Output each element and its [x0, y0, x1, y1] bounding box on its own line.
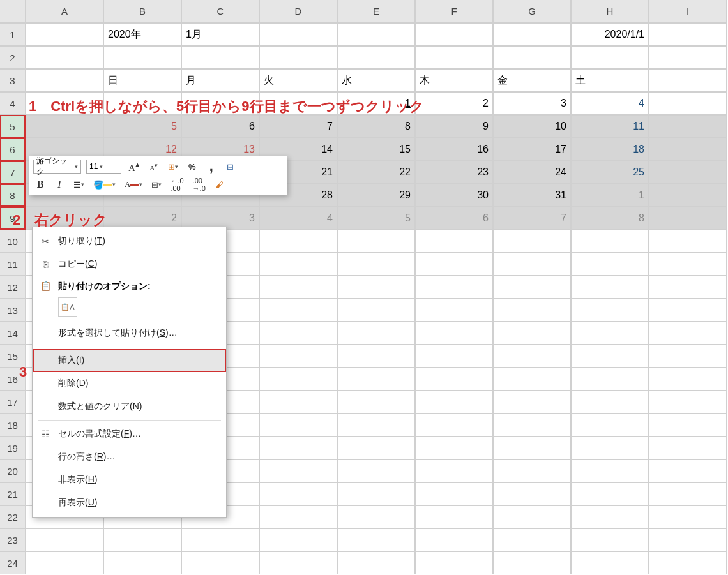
row-header-11[interactable]: 11	[0, 253, 26, 276]
row-header-13[interactable]: 13	[0, 299, 26, 322]
col-header-H[interactable]: H	[571, 0, 649, 23]
cell-H5[interactable]: 11	[571, 115, 649, 138]
row-header-21[interactable]: 21	[0, 482, 26, 505]
cell-B5[interactable]: 5	[103, 115, 181, 138]
cell-C2[interactable]	[181, 46, 259, 69]
cell-H9[interactable]: 8	[571, 207, 649, 230]
col-header-G[interactable]: G	[493, 0, 571, 23]
cell-D1[interactable]	[259, 23, 337, 46]
menu-hide[interactable]: 非表示(H)	[33, 468, 226, 491]
col-header-E[interactable]: E	[337, 0, 415, 23]
col-header-F[interactable]: F	[415, 0, 493, 23]
percent-style-button[interactable]: %	[185, 159, 199, 174]
row-header-1[interactable]: 1	[0, 23, 26, 46]
menu-clear-contents[interactable]: 数式と値のクリア(N)	[33, 395, 226, 418]
cell-F1[interactable]	[415, 23, 493, 46]
cell-G1[interactable]	[493, 23, 571, 46]
cell-E2[interactable]	[337, 46, 415, 69]
border-button[interactable]: ☰▾	[72, 177, 86, 192]
cell-B3[interactable]: 日	[103, 69, 181, 92]
select-all-corner[interactable]	[0, 0, 26, 23]
cell-E7[interactable]: 22	[337, 161, 415, 184]
menu-insert[interactable]: 挿入(I)	[33, 349, 226, 372]
cell-F9[interactable]: 6	[415, 207, 493, 230]
cell-A1[interactable]	[26, 23, 103, 46]
bold-button[interactable]: B	[33, 177, 47, 192]
cell-G4[interactable]: 3	[493, 92, 571, 115]
cell-G6[interactable]: 17	[493, 138, 571, 161]
cell-E6[interactable]: 15	[337, 138, 415, 161]
cell-A2[interactable]	[26, 46, 103, 69]
cell-E1[interactable]	[337, 23, 415, 46]
row-header-4[interactable]: 4	[0, 92, 26, 115]
cell-E9[interactable]: 5	[337, 207, 415, 230]
menu-row-height[interactable]: 行の高さ(R)…	[33, 445, 226, 468]
cell-H7[interactable]: 25	[571, 161, 649, 184]
col-header-B[interactable]: B	[103, 0, 181, 23]
cell-B1[interactable]: 2020年	[103, 23, 181, 46]
cell-C3[interactable]: 月	[181, 69, 259, 92]
cell-F4[interactable]: 2	[415, 92, 493, 115]
fill-color-button[interactable]: 🪣▾	[91, 177, 118, 192]
row-header-2[interactable]: 2	[0, 46, 26, 69]
font-name-combo[interactable]: 游ゴシック ▾	[33, 160, 81, 174]
row-header-8[interactable]: 8	[0, 184, 26, 207]
font-color-button[interactable]: A▾	[123, 177, 144, 192]
cell-D5[interactable]: 7	[259, 115, 337, 138]
increase-decimal-button[interactable]: ←.0.00	[169, 177, 185, 192]
cell-C5[interactable]: 6	[181, 115, 259, 138]
row-header-20[interactable]: 20	[0, 459, 26, 482]
row-header-10[interactable]: 10	[0, 230, 26, 253]
menu-copy[interactable]: ⎘ コピー(C)	[33, 253, 226, 276]
row-header-22[interactable]: 22	[0, 505, 26, 528]
cell-F5[interactable]: 9	[415, 115, 493, 138]
merge-center-button[interactable]: ⊟	[224, 159, 238, 174]
format-painter-button[interactable]: 🖌	[213, 177, 227, 192]
row-header-23[interactable]: 23	[0, 528, 26, 551]
row-header-17[interactable]: 17	[0, 391, 26, 414]
cell-D3[interactable]: 火	[259, 69, 337, 92]
row-header-7[interactable]: 7	[0, 161, 26, 184]
row-header-5[interactable]: 5	[0, 115, 26, 138]
cell-E3[interactable]: 水	[337, 69, 415, 92]
cell-G8[interactable]: 31	[493, 184, 571, 207]
cell-G3[interactable]: 金	[493, 69, 571, 92]
cell-H6[interactable]: 18	[571, 138, 649, 161]
cell-G2[interactable]	[493, 46, 571, 69]
accounting-format-button[interactable]: ⊞▾	[166, 159, 180, 174]
cell-F2[interactable]	[415, 46, 493, 69]
row-header-18[interactable]: 18	[0, 414, 26, 437]
col-header-A[interactable]: A	[26, 0, 103, 23]
cell-G7[interactable]: 24	[493, 161, 571, 184]
cell-G9[interactable]: 7	[493, 207, 571, 230]
cell-H1[interactable]: 2020/1/1	[571, 23, 649, 46]
col-header-C[interactable]: C	[181, 0, 259, 23]
cell-I5[interactable]	[649, 115, 727, 138]
cell-I7[interactable]	[649, 161, 727, 184]
font-size-combo[interactable]: 11 ▾	[86, 160, 121, 174]
row-header-19[interactable]: 19	[0, 437, 26, 459]
cell-I6[interactable]	[649, 138, 727, 161]
cell-A3[interactable]	[26, 69, 103, 92]
cell-E8[interactable]: 29	[337, 184, 415, 207]
cell-F8[interactable]: 30	[415, 184, 493, 207]
cell-H3[interactable]: 土	[571, 69, 649, 92]
menu-paste-special[interactable]: 形式を選択して貼り付け(S)…	[33, 322, 226, 345]
cell-H8[interactable]: 1	[571, 184, 649, 207]
cell-I2[interactable]	[649, 46, 727, 69]
menu-unhide[interactable]: 再表示(U)	[33, 491, 226, 514]
cell-H2[interactable]	[571, 46, 649, 69]
cell-D2[interactable]	[259, 46, 337, 69]
cell-I9[interactable]	[649, 207, 727, 230]
col-header-D[interactable]: D	[259, 0, 337, 23]
italic-button[interactable]: I	[52, 177, 66, 192]
row-header-6[interactable]: 6	[0, 138, 26, 161]
cell-D9[interactable]: 4	[259, 207, 337, 230]
cell-A5[interactable]	[26, 115, 103, 138]
grow-font-button[interactable]: A▴	[126, 159, 142, 174]
decrease-decimal-button[interactable]: .00→.0	[191, 177, 208, 192]
menu-cut[interactable]: ✂ 切り取り(T)	[33, 230, 226, 253]
cell-I8[interactable]	[649, 184, 727, 207]
row-header-14[interactable]: 14	[0, 322, 26, 345]
cell-F3[interactable]: 木	[415, 69, 493, 92]
